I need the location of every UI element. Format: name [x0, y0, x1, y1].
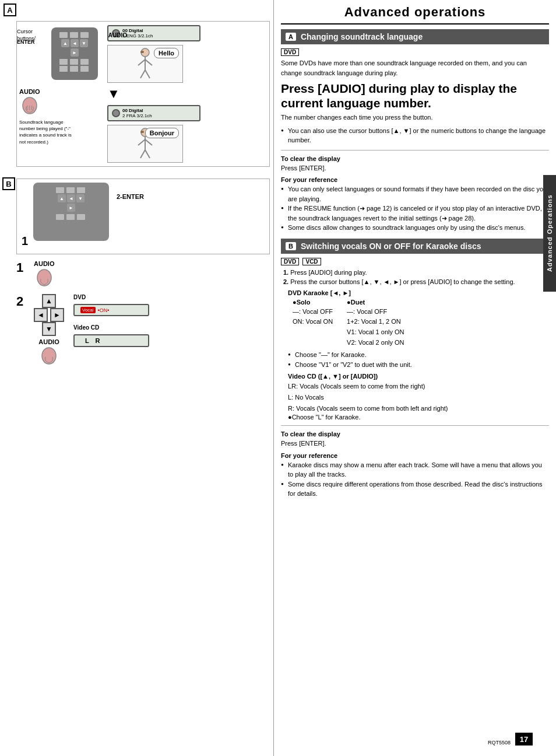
num1-label: 1	[22, 235, 28, 248]
step-b-1: 1. Press [AUDIO] during play.	[281, 268, 549, 278]
vcd-row-1: LR: Vocals (Vocals seem to come from the…	[288, 381, 549, 392]
step2-left[interactable]: ◄	[34, 308, 48, 322]
video-cd-section: Video CD ([▲, ▼] or [AUDIO]) LR: Vocals …	[288, 373, 549, 421]
vcd-disp-text: L R	[85, 337, 103, 344]
step-b-2: 2. Press the cursor buttons [▲, ▼, ◄, ►]…	[281, 277, 549, 287]
ref-a-1: You can only select languages or sound f…	[281, 184, 549, 204]
solo-row-2: ON: Vocal ON	[293, 317, 333, 327]
rb-up[interactable]: ▲	[58, 194, 66, 202]
rb-cursor: ▲ ◄ ► ▼	[58, 194, 85, 212]
to-clear-heading-a: To clear the display	[281, 155, 549, 162]
steps-list-b: 1. Press [AUDIO] during play. 2. Press t…	[281, 268, 549, 287]
duet-row-3: V1: Vocal 1 only ON	[347, 327, 404, 338]
dvd-karaoke-section: DVD Karaoke [◄, ►] ●Solo —: Vocal OFF ON…	[288, 289, 549, 369]
right-panel: Advanced operations A Changing soundtrac…	[274, 0, 556, 756]
to-clear-heading-b: To clear the display	[281, 430, 549, 438]
enter-label-b: 2-ENTER	[117, 193, 144, 200]
dvd-badge-a: DVD	[281, 48, 299, 56]
vcd-row-2: L: No Vocals	[288, 392, 549, 403]
cursor-right[interactable]: ►	[71, 48, 79, 57]
display-box-2: 00 Digital 2 FRA 3/2.1ch	[107, 105, 200, 121]
vcd-rows: LR: Vocals (Vocals seem to come from the…	[288, 381, 549, 414]
vcd-disp-box: L R	[73, 334, 149, 347]
hand-icon-a	[19, 95, 40, 116]
duet-title: ●Duet	[347, 299, 404, 306]
hand-icon-step2	[38, 345, 59, 366]
stick-figure-1	[133, 48, 157, 80]
rb-left[interactable]: ◄	[67, 194, 75, 202]
rb-num-btn	[66, 214, 75, 220]
dvd-karaoke-title: DVD Karaoke [◄, ►]	[288, 289, 549, 296]
vcd-row-3: R: Vocals (Vocals seem to come from both…	[288, 403, 549, 414]
step2-row: 2 ▲ ◄ ► ▼ AUDIO DVD Vocal •ON• Video CD	[16, 294, 270, 366]
step2-up[interactable]: ▲	[42, 294, 56, 308]
remote-b-top	[56, 187, 86, 193]
remote-btn	[70, 32, 78, 38]
bar-label-b: B	[286, 242, 296, 250]
vcd-disp-label: Video CD	[73, 324, 149, 331]
dvd-disp-label: DVD	[73, 294, 149, 300]
num-btn	[70, 66, 78, 72]
rb-num-btn	[56, 214, 64, 220]
audio-label-a: AUDIO	[19, 88, 72, 95]
for-ref-heading-a: For your reference	[281, 176, 549, 183]
hr-1	[281, 150, 549, 150]
step1-content: AUDIO	[34, 260, 55, 288]
step2-audio-label: AUDIO	[38, 338, 59, 345]
num-btn	[59, 66, 68, 72]
ref-list-a: You can only select languages or sound f…	[281, 184, 549, 233]
hand-icon-step1	[34, 267, 55, 288]
karaoke-bullet-1: Choose "—" for Karaoke.	[288, 350, 549, 360]
vocal-on: •ON•	[98, 307, 110, 313]
right-panel-inner: Advanced operations A Changing soundtrac…	[281, 0, 549, 749]
enter-label: ENTER	[17, 39, 35, 45]
num-btn	[80, 59, 89, 65]
cursor-left[interactable]: ◄	[71, 39, 79, 47]
step2-right[interactable]: ►	[50, 308, 64, 322]
rb-btn	[66, 187, 75, 193]
dvd-badge-b: DVD	[281, 258, 299, 265]
section-a-heading: Changing soundtrack language	[301, 32, 423, 41]
step1-row: 1 AUDIO	[16, 258, 270, 290]
rb-btn	[56, 187, 64, 193]
rb-num	[56, 214, 86, 220]
karaoke-bullet-2: Choose "V1" or "V2" to duet with the uni…	[288, 360, 549, 370]
num-btn	[59, 59, 68, 65]
arrow-down-1: ▼	[107, 86, 120, 102]
to-clear-text-a: Press [ENTER].	[281, 163, 549, 173]
rb-right[interactable]: ►	[67, 204, 75, 212]
section-a-label: A	[3, 4, 16, 16]
svg-line-12	[140, 150, 145, 158]
dvd-vcd-displays: DVD Vocal •ON• Video CD L R	[73, 294, 149, 366]
section-b-label-box: B	[2, 177, 15, 190]
solo-row-1: —: Vocal OFF	[293, 307, 333, 317]
vocal-badge: Vocal	[80, 307, 96, 313]
rb-btn	[77, 187, 85, 193]
cursor-down[interactable]: ▼	[80, 39, 88, 47]
num-btn	[80, 66, 89, 72]
duet-row-2: 1+2: Vocal 1, 2 ON	[347, 317, 404, 327]
cursor-up[interactable]: ▲	[61, 39, 69, 47]
section-b-heading: Switching vocals ON or OFF for Karaoke d…	[301, 242, 481, 251]
num-btn	[70, 59, 78, 65]
step1-audio-label: AUDIO	[34, 260, 55, 267]
vcd-badge-b: VCD	[302, 258, 321, 265]
remote-number-buttons	[59, 59, 90, 72]
bar-label-a: A	[286, 33, 296, 41]
rb-down[interactable]: ▼	[76, 194, 85, 202]
step2-num: 2	[16, 294, 29, 366]
step2-down[interactable]: ▼	[42, 322, 56, 336]
section-b-bar: B Switching vocals ON or OFF for Karaoke…	[281, 239, 549, 254]
ref-a-2: If the RESUME function (➜ page 12) is ca…	[281, 204, 549, 223]
remote-top-buttons	[59, 32, 90, 38]
section-b-container: B ▲ ◄ ► ▼	[3, 178, 270, 254]
vcd-bullet: ●Choose "L" for Karaoke.	[288, 414, 549, 421]
illus-area-a: Cursor buttons/ ENTER ▲ ◄ ► ▼	[16, 21, 270, 167]
display2-main: 00 Digital	[122, 108, 152, 113]
karaoke-duet-col: ●Duet —: Vocal OFF 1+2: Vocal 1, 2 ON V1…	[347, 299, 404, 348]
duet-row-1: —: Vocal OFF	[347, 307, 404, 317]
disc-icon-2	[112, 109, 120, 117]
ref-list-b: Karaoke discs may show a menu after each…	[281, 460, 549, 499]
ref-b-2: Some discs require different operations …	[281, 480, 549, 499]
ref-b-1: Karaoke discs may show a menu after each…	[281, 460, 549, 480]
